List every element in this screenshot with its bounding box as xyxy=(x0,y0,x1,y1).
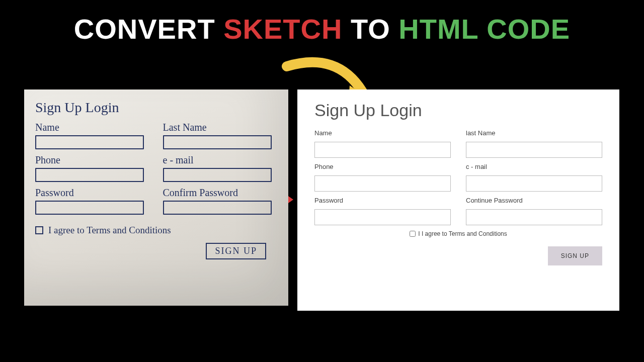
confirm-label: Continue Password xyxy=(466,197,602,204)
sketch-checkbox-icon xyxy=(35,226,43,234)
sketch-signup-button: SIGN UP xyxy=(206,243,266,259)
heading-word-html-code: HTML CODE xyxy=(398,13,570,45)
sketch-agree-text: I agree to Terms and Conditions xyxy=(48,225,171,236)
main-heading: CONVERT SKETCH TO HTML CODE xyxy=(0,0,644,45)
password-input[interactable] xyxy=(314,209,451,225)
heading-word-convert: CONVERT xyxy=(74,13,215,45)
sketch-phone-label: Phone xyxy=(35,154,150,166)
name-input[interactable] xyxy=(314,142,451,158)
email-input[interactable] xyxy=(466,175,602,192)
signup-button[interactable]: SIGN UP xyxy=(548,246,602,265)
agree-checkbox[interactable] xyxy=(410,231,416,237)
sketch-password-label: Password xyxy=(35,187,150,199)
rendered-panel: Sign Up Login Name last Name Phone c - m… xyxy=(297,89,619,311)
phone-input[interactable] xyxy=(314,175,451,192)
sketch-confirm-label: Confirm Password xyxy=(163,187,278,199)
sketch-confirm-box xyxy=(163,201,272,215)
password-label: Password xyxy=(314,197,451,204)
phone-label: Phone xyxy=(314,163,451,170)
sketch-phone-box xyxy=(35,168,144,182)
heading-word-sketch: SKETCH xyxy=(223,13,342,45)
sketch-title: Sign Up Login xyxy=(35,100,277,116)
sketch-password-box xyxy=(35,201,144,215)
email-label: c - mail xyxy=(466,163,602,170)
sketch-email-label: e - mail xyxy=(163,154,278,166)
heading-word-to: TO xyxy=(351,13,390,45)
lastname-label: last Name xyxy=(466,129,602,137)
sketch-name-label: Name xyxy=(35,122,150,133)
confirm-input[interactable] xyxy=(466,209,602,225)
sketch-agree-row: I agree to Terms and Conditions xyxy=(35,225,277,236)
sketch-email-box xyxy=(163,168,272,182)
sketch-lastname-box xyxy=(163,135,272,149)
cursor-caret-icon xyxy=(288,196,293,203)
agree-text: I I agree to Terms and Conditions xyxy=(418,230,507,237)
lastname-input[interactable] xyxy=(466,142,602,158)
sketch-panel: Sign Up Login Name Last Name Phone e - m… xyxy=(24,89,288,306)
name-label: Name xyxy=(314,129,451,137)
sketch-lastname-label: Last Name xyxy=(163,122,278,133)
agree-row: I I agree to Terms and Conditions xyxy=(314,230,602,237)
sketch-name-box xyxy=(35,135,144,149)
rendered-title: Sign Up Login xyxy=(314,101,602,120)
